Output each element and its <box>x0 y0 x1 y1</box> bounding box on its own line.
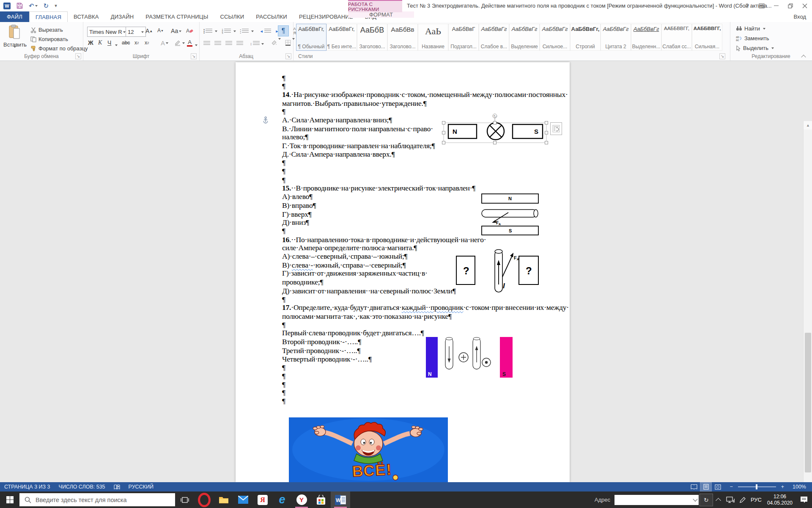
minimize-button[interactable] <box>769 0 783 11</box>
subscript-button[interactable]: x2 <box>134 40 139 46</box>
address-dropdown-icon[interactable] <box>693 497 697 501</box>
document-line-18[interactable]: ¶ <box>282 226 285 235</box>
bullets-button[interactable]: ••• <box>203 29 212 34</box>
document-line-30[interactable]: Первый·слева·проводник·будет·двигаться….… <box>282 329 424 337</box>
shading-dropdown-icon[interactable] <box>278 38 281 48</box>
text-effects-button[interactable]: A <box>161 39 168 47</box>
document-line-5[interactable]: А.·Сила·Ампера·направлена·вниз;¶ <box>282 116 392 124</box>
shading-button[interactable] <box>271 40 281 47</box>
line-spacing-button[interactable]: ↕ <box>250 41 264 46</box>
document-line-22[interactable]: В)·слева·-·южный,·справа·–·северный;¶ <box>282 261 406 269</box>
word-taskbar-icon[interactable]: W <box>331 491 350 508</box>
print-layout-button[interactable] <box>700 483 711 491</box>
style-gallery-item-2[interactable]: АаБбВЗаголово... <box>357 24 387 51</box>
format-painter-button[interactable]: Формат по образцу <box>30 45 88 52</box>
style-gallery-item-11[interactable]: АаБбВвГгВыделенн... <box>631 24 661 51</box>
opera-icon[interactable] <box>195 491 214 508</box>
font-size-select[interactable]: 12 <box>126 27 146 37</box>
style-gallery-item-12[interactable]: ААББВВГГ,Слабая сс... <box>661 24 692 51</box>
vertical-scrollbar[interactable]: ▲ ▲▲ ▼▼ <box>803 121 812 482</box>
styles-dialog-launcher[interactable]: ↘ <box>719 53 725 59</box>
select-dropdown-icon[interactable] <box>771 47 774 50</box>
document-line-3[interactable]: магнитов.·Выбрать·правильное·утверждение… <box>282 99 427 108</box>
show-formatting-marks-button[interactable]: ¶ <box>278 25 289 36</box>
paste-button[interactable]: Вставить <box>3 25 26 54</box>
yandex-browser-icon[interactable]: Y <box>292 491 311 508</box>
document-line-27[interactable]: 17.·Определите,·куда·будут·двигаться·каж… <box>282 303 569 312</box>
zoom-in-button[interactable]: + <box>779 482 788 491</box>
copy-button[interactable]: Копировать <box>30 36 68 42</box>
document-line-35[interactable]: ¶ <box>282 372 285 380</box>
select-button[interactable]: Выделить <box>736 45 774 51</box>
cut-button[interactable]: Вырезать <box>30 27 63 33</box>
document-line-26[interactable]: ¶ <box>282 295 285 304</box>
document-line-1[interactable]: ¶ <box>282 82 285 90</box>
replace-button[interactable]: abac Заменить <box>736 35 769 41</box>
style-gallery-item-8[interactable]: АаБбВвГгСильное... <box>540 24 570 51</box>
multilevel-dropdown-icon[interactable] <box>251 30 254 33</box>
page-number-indicator[interactable]: СТРАНИЦА 3 ИЗ 3 <box>0 482 55 491</box>
document-line-14[interactable]: А)·влево¶ <box>282 192 313 201</box>
document-line-25[interactable]: Д)·зависит·от·направления··на·северный·п… <box>282 287 456 295</box>
bold-button[interactable]: Ж <box>88 39 93 46</box>
tab-format[interactable]: ФОРМАТ <box>348 11 414 18</box>
ribbon-tab-0[interactable]: ФАЙЛ <box>0 11 29 22</box>
file-explorer-icon[interactable] <box>214 491 233 508</box>
clipboard-dialog-launcher[interactable]: ↘ <box>75 53 81 59</box>
document-line-0[interactable]: ¶ <box>282 74 285 82</box>
ribbon-tab-2[interactable]: ВСТАВКА <box>68 11 105 22</box>
strikethrough-button[interactable]: abc <box>122 40 130 46</box>
action-center-button[interactable] <box>796 496 812 503</box>
document-line-10[interactable]: ¶ <box>282 158 285 167</box>
show-hidden-icons-button[interactable] <box>713 497 724 502</box>
document-line-17[interactable]: Д)·вниз¶ <box>282 218 309 226</box>
ribbon-tab-1[interactable]: ГЛАВНАЯ <box>29 11 68 22</box>
change-case-button[interactable]: Аа <box>171 28 181 34</box>
align-center-button[interactable] <box>214 41 221 46</box>
bullets-dropdown-icon[interactable] <box>215 30 217 33</box>
zoom-level-button[interactable]: 100% <box>788 482 812 491</box>
document-line-19[interactable]: 16.··По·направлению·тока·в·проводнике·и·… <box>282 235 486 244</box>
style-gallery-item-0[interactable]: АаБбВвГг,¶ Обычный <box>296 24 326 51</box>
ribbon-tab-5[interactable]: ССЫЛКИ <box>214 11 250 22</box>
document-line-21[interactable]: А)·слева·–·северный,·справа·–·южный;¶ <box>282 252 407 260</box>
zoom-slider[interactable] <box>738 486 776 487</box>
microsoft-store-icon[interactable] <box>311 491 331 508</box>
justify-button[interactable] <box>236 41 243 46</box>
align-left-button[interactable] <box>203 41 210 46</box>
document-line-20[interactable]: силе·Ампера·определите·полюса·магнита.¶ <box>282 243 417 252</box>
help-button[interactable]: ? <box>740 0 754 11</box>
zoom-slider-thumb[interactable] <box>756 484 757 489</box>
restore-button[interactable] <box>783 0 798 11</box>
document-line-24[interactable]: проводнике;¶ <box>282 278 323 286</box>
cartoon-picture[interactable]: ВСЁ! <box>289 417 448 482</box>
task-view-button[interactable] <box>175 491 195 508</box>
close-button[interactable] <box>798 0 812 11</box>
decrease-indent-button[interactable]: ◄ <box>260 29 271 34</box>
scroll-up-button[interactable]: ▲ <box>804 121 812 130</box>
highlight-dropdown-icon[interactable] <box>182 42 185 45</box>
taskbar-search-input[interactable]: Введите здесь текст для поиска <box>19 493 175 506</box>
ribbon-tab-3[interactable]: ДИЗАЙН <box>105 11 140 22</box>
ribbon-tab-4[interactable]: РАЗМЕТКА СТРАНИЦЫ <box>140 11 214 22</box>
figure-q15-conductor-between-poles[interactable]: N FA S <box>481 193 540 236</box>
proofing-status-icon[interactable] <box>110 482 124 491</box>
font-color-button[interactable]: А <box>187 39 192 47</box>
scrollbar-thumb[interactable] <box>805 333 811 472</box>
start-button[interactable] <box>0 491 19 508</box>
italic-button[interactable]: К <box>98 39 102 46</box>
shrink-font-button[interactable]: А▼ <box>157 28 164 33</box>
document-line-4[interactable]: ¶ <box>282 107 285 116</box>
clear-formatting-button[interactable]: А <box>186 28 193 34</box>
change-case-dropdown-icon[interactable] <box>179 30 181 33</box>
figure-q14-magnet-conductor[interactable]: ↻ N S <box>441 112 551 147</box>
document-line-12[interactable]: ¶ <box>282 176 285 184</box>
numbering-dropdown-icon[interactable] <box>233 30 236 33</box>
undo-dropdown-icon[interactable] <box>35 5 38 8</box>
document-line-2[interactable]: 14.·На·рисунке·изображен·проводник·с·ток… <box>282 90 568 99</box>
input-language-indicator[interactable]: РУС <box>749 497 764 503</box>
style-gallery-item-7[interactable]: АаБбВвГгВыделение <box>509 24 540 51</box>
superscript-button[interactable]: x2 <box>145 40 149 46</box>
ribbon-display-options-button[interactable] <box>754 0 769 11</box>
style-gallery-item-4[interactable]: АаЬНазвание <box>418 24 448 51</box>
